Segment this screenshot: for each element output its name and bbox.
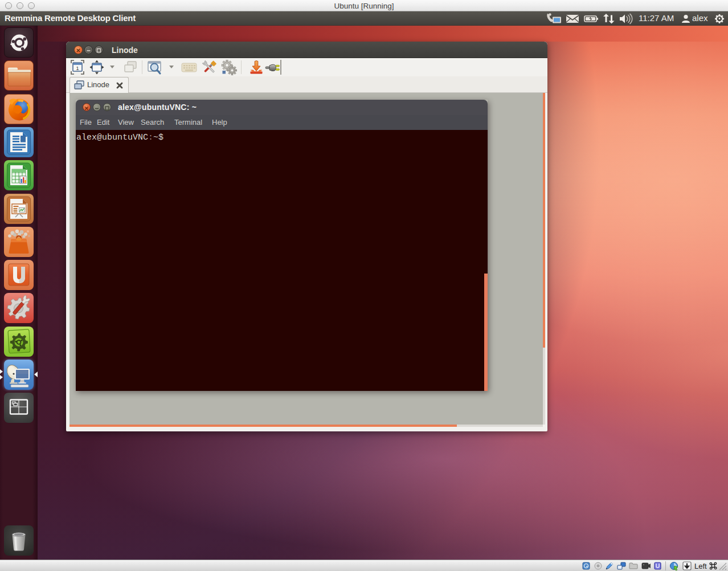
svg-text:1: 1 [76,66,79,71]
